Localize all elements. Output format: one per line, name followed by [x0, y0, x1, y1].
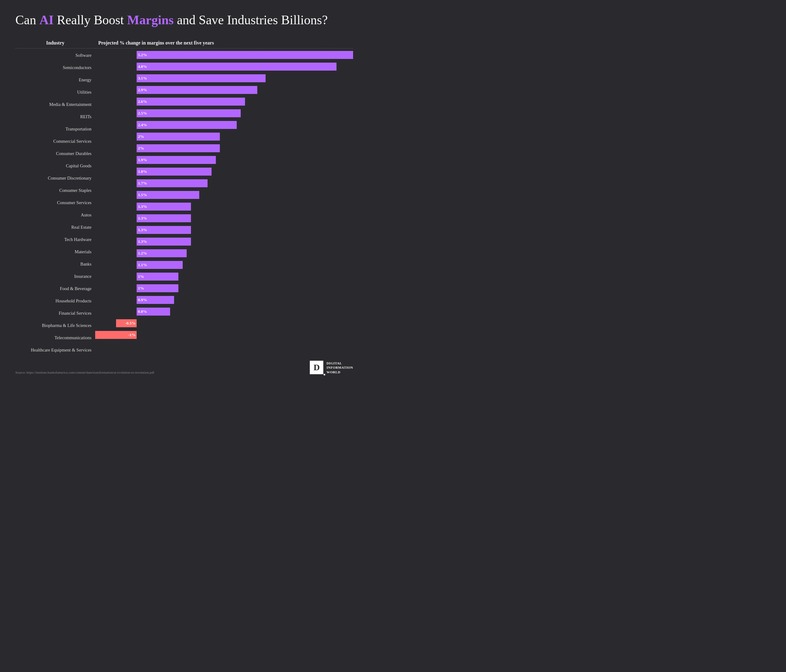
bar-label: Food & Beverage	[15, 283, 95, 294]
bar-label: Energy	[15, 74, 95, 86]
bar-wrapper: 0.9%	[95, 294, 353, 305]
bar-positive: 1.3%	[137, 203, 191, 210]
page-title: Can AI Really Boost Margins and Save Ind…	[15, 12, 353, 28]
bar-positive: 2.5%	[137, 109, 241, 117]
bar-value-label: 1%	[138, 286, 144, 291]
bar-positive: 1.7%	[137, 179, 207, 187]
bar-label: Biopharma & Life Sciences	[15, 320, 95, 331]
bar-value-label: -1%	[128, 333, 136, 338]
bar-label: Commercial Services	[15, 135, 95, 147]
bar-label: Financial Services	[15, 307, 95, 319]
bar-row: 1.3%	[95, 201, 353, 212]
bar-value-label: 5.2%	[138, 52, 147, 57]
bar-value-label: 1.3%	[138, 239, 147, 244]
bar-wrapper: 1.3%	[95, 225, 353, 236]
bar-wrapper: 1.3%	[95, 236, 353, 247]
bar-value-label: 1.3%	[138, 204, 147, 209]
bar-wrapper: 1.3%	[95, 201, 353, 212]
bar-wrapper: 0.8%	[95, 306, 353, 317]
bar-wrapper: 1%	[95, 283, 353, 294]
chart-container: Industry SoftwareSemiconductorsEnergyUti…	[15, 37, 353, 356]
bar-value-label: 3.1%	[138, 76, 147, 81]
bar-positive: 3.1%	[137, 74, 266, 82]
bar-positive: 1.1%	[137, 261, 182, 269]
bar-positive: 2.9%	[137, 86, 257, 94]
bar-value-label: 1.7%	[138, 181, 147, 186]
bar-label: Real Estate	[15, 221, 95, 233]
bar-label: Software	[15, 49, 95, 61]
bar-value-label: 1.3%	[138, 228, 147, 232]
bar-positive: 0.8%	[137, 308, 170, 316]
bar-value-label: 2%	[138, 134, 144, 139]
bar-positive: 2%	[137, 133, 220, 141]
bar-positive: 1%	[137, 284, 178, 292]
bar-label: REITs	[15, 111, 95, 122]
bar-value-label: 2.4%	[138, 122, 147, 127]
bar-row: 2%	[95, 131, 353, 142]
bar-wrapper: 1.8%	[95, 166, 353, 177]
bar-label: Household Products	[15, 295, 95, 307]
bar-value-label: 1.5%	[138, 193, 147, 198]
bar-positive: 2.4%	[137, 121, 236, 129]
bar-row: 2.5%	[95, 108, 353, 119]
bar-value-label: 2%	[138, 146, 144, 151]
logo: D DIGITALINFORMATIONWORLD	[310, 361, 353, 374]
bar-row: 5.2%	[95, 49, 353, 60]
footer: Source: https://institute.bankofamerica.…	[15, 361, 353, 374]
bar-label: Consumer Staples	[15, 185, 95, 196]
bar-wrapper: -0.5%	[95, 318, 353, 329]
bar-wrapper: 1%	[95, 271, 353, 282]
bar-positive: 1.3%	[137, 226, 191, 234]
bar-value-label: 2.5%	[138, 111, 147, 116]
bar-wrapper: 1.5%	[95, 189, 353, 201]
bar-positive: 1.3%	[137, 238, 191, 246]
bar-negative: -1%	[95, 331, 137, 339]
bar-label: Materials	[15, 246, 95, 257]
bar-row: 3.1%	[95, 73, 353, 84]
bar-positive: 1.5%	[137, 191, 199, 199]
bar-value-label: 0.9%	[138, 297, 147, 302]
bar-value-label: 1%	[138, 274, 144, 279]
bar-row: 1.8%	[95, 166, 353, 177]
bar-label: Consumer Services	[15, 197, 95, 209]
bar-row: 1.7%	[95, 178, 353, 189]
bar-value-label: 1.3%	[138, 216, 147, 221]
bar-row: 0.8%	[95, 306, 353, 317]
bar-positive: 5.2%	[137, 51, 353, 59]
bar-row: 2.4%	[95, 119, 353, 130]
bar-label: Semiconductors	[15, 62, 95, 73]
bar-label: Consumer Discretionary	[15, 172, 95, 184]
industry-header: Industry	[15, 37, 95, 49]
bar-value-label: 2.9%	[138, 88, 147, 93]
chart-area: Projected % change in margins over the n…	[95, 37, 353, 356]
bar-value-label: -0.5%	[125, 321, 136, 326]
bar-value-label: 4.8%	[138, 64, 147, 69]
bar-row: 2.9%	[95, 85, 353, 96]
bar-wrapper: 2%	[95, 143, 353, 154]
bar-label: Banks	[15, 258, 95, 270]
bar-wrapper: 2.9%	[95, 85, 353, 96]
bar-wrapper: 1.7%	[95, 178, 353, 189]
bar-row: 1.5%	[95, 189, 353, 201]
bar-negative: -0.5%	[116, 319, 137, 327]
bar-label: Utilities	[15, 86, 95, 98]
bar-row: -0.5%	[95, 318, 353, 329]
bar-positive: 4.8%	[137, 63, 336, 71]
bar-wrapper: 1.3%	[95, 213, 353, 224]
bar-label: Telecommunications	[15, 332, 95, 344]
bar-label: Consumer Durables	[15, 148, 95, 159]
bar-wrapper: 2.6%	[95, 96, 353, 107]
bar-row: 1%	[95, 283, 353, 294]
bar-wrapper: 3.1%	[95, 73, 353, 84]
y-axis: Industry SoftwareSemiconductorsEnergyUti…	[15, 37, 95, 356]
bar-row: 1.3%	[95, 225, 353, 236]
bar-row: 4.8%	[95, 61, 353, 72]
source-text: Source: https://institute.bankofamerica.…	[15, 371, 154, 374]
bar-row: 1.3%	[95, 213, 353, 224]
bar-wrapper: 2.5%	[95, 108, 353, 119]
bar-row: 1.2%	[95, 248, 353, 259]
bar-label: Tech Hardware	[15, 234, 95, 245]
bar-wrapper: 2%	[95, 131, 353, 142]
bar-row: 0.9%	[95, 294, 353, 305]
logo-letter: D	[310, 361, 323, 374]
